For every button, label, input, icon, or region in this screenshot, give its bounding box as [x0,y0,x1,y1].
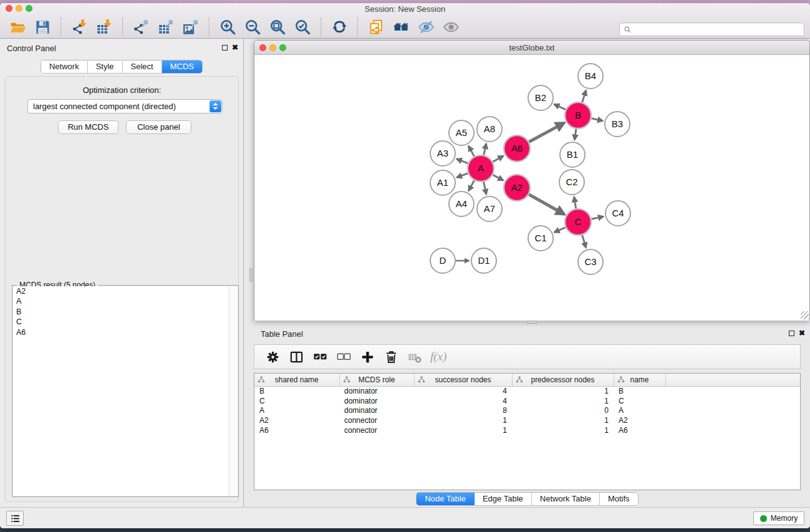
cell-successor-nodes[interactable]: 1 [414,415,512,425]
graph-edge-C-C2[interactable] [574,197,576,209]
table-options-icon[interactable] [263,347,282,366]
network-minimize-button[interactable] [269,44,276,51]
column-header-MCDS-role[interactable]: MCDS role [339,374,414,386]
graph-edge-C-C4[interactable] [592,216,604,219]
show-columns-icon[interactable] [287,347,306,366]
export-table-icon[interactable] [155,17,176,37]
cell-name[interactable]: A2 [614,415,665,425]
tab-select[interactable]: Select [123,60,162,73]
cell-predecessor-nodes[interactable]: 1 [512,425,614,435]
float-panel-icon[interactable] [222,45,228,51]
graph-edge-A-A5[interactable] [469,146,475,157]
graph-edge-C-C1[interactable] [554,228,566,233]
graph-edge-A-A4[interactable] [469,180,475,191]
cell-shared-name[interactable]: A [254,406,339,416]
zoom-out-icon[interactable] [242,17,263,37]
mcds-result-list[interactable]: A2ABCA6 [13,286,238,496]
cell-MCDS-role[interactable]: dominator [339,406,414,416]
resize-grip-icon[interactable] [801,311,809,319]
graph-edge-A2-C[interactable] [529,195,564,215]
graph-edge-B-B3[interactable] [592,118,603,121]
graph-edge-A-A2[interactable] [493,175,503,180]
tab-motifs[interactable]: Motifs [600,493,638,505]
close-panel-button[interactable]: Close panel [126,120,191,134]
cell-shared-name[interactable]: A6 [254,425,339,435]
network-graph[interactable]: B4B2BB3A8A5A6A3B1AC2A1A2A4A7C4CC1DD1C3 [254,56,809,321]
cell-name[interactable]: A6 [614,425,665,435]
select-all-rows-icon[interactable] [311,347,329,366]
zoom-window-button[interactable] [26,5,32,12]
show-all-icon[interactable] [440,17,461,37]
table-row[interactable]: Cdominator41C [254,396,800,406]
tab-node-table[interactable]: Node Table [417,493,475,505]
network-zoom-button[interactable] [279,44,286,51]
hide-selected-icon[interactable] [415,17,436,37]
deselect-all-rows-icon[interactable] [334,347,353,366]
clone-network-icon[interactable] [365,17,387,37]
graph-edge-B-B1[interactable] [574,129,576,140]
mcds-result-item[interactable]: A2 [13,286,238,296]
cell-successor-nodes[interactable]: 4 [414,386,512,396]
column-header-name[interactable]: name [614,374,665,386]
table-row[interactable]: Bdominator41B [254,386,800,396]
cell-shared-name[interactable]: A2 [254,415,339,425]
graph-edge-A-A8[interactable] [484,143,486,155]
memory-button[interactable]: Memory [753,511,804,525]
close-panel-icon[interactable]: ✖ [232,44,238,51]
splitter-handle[interactable] [249,268,253,282]
add-column-icon[interactable] [358,347,377,366]
delete-column-icon[interactable] [382,347,400,366]
network-canvas[interactable]: B4B2BB3A8A5A6A3B1AC2A1A2A4A7C4CC1DD1C3 [254,56,809,321]
cell-successor-nodes[interactable]: 1 [414,425,512,435]
cell-predecessor-nodes[interactable]: 1 [512,386,614,396]
search-input[interactable] [634,23,804,36]
table-row[interactable]: A2connector11A2 [254,415,800,425]
graph-edge-B-B4[interactable] [582,90,586,102]
cell-MCDS-role[interactable]: dominator [339,386,414,396]
delete-table-icon[interactable] [405,347,424,366]
tab-network-table[interactable]: Network Table [532,493,600,505]
tab-network[interactable]: Network [41,60,88,73]
float-panel-icon[interactable] [789,331,794,336]
minimize-window-button[interactable] [16,5,22,12]
mcds-result-item[interactable]: A6 [13,327,238,337]
home-networks-icon[interactable] [390,17,412,37]
graph-edge-A6-B[interactable] [529,123,564,142]
zoom-in-icon[interactable] [217,17,238,37]
cell-name[interactable]: A [614,406,665,416]
import-network-icon[interactable] [69,17,90,37]
cell-name[interactable]: B [614,386,665,396]
graph-edge-A-A1[interactable] [457,173,468,178]
cell-MCDS-role[interactable]: dominator [339,396,414,406]
mcds-result-item[interactable]: B [13,307,238,317]
save-session-icon[interactable] [32,17,53,37]
mcds-result-item[interactable]: A [13,296,238,306]
cell-successor-nodes[interactable]: 4 [414,396,512,406]
network-close-button[interactable] [259,44,266,51]
cell-successor-nodes[interactable]: 8 [414,406,512,416]
cell-predecessor-nodes[interactable]: 0 [512,406,614,416]
close-panel-icon[interactable]: ✖ [799,329,805,337]
mcds-result-item[interactable]: C [13,317,238,327]
table-row[interactable]: Adominator80A [254,406,800,416]
export-image-icon[interactable] [180,17,201,37]
column-header-predecessor-nodes[interactable]: predecessor nodes [512,374,614,386]
graph-edge-B-B2[interactable] [554,104,566,110]
scrollbar-track[interactable] [229,286,238,496]
refresh-network-icon[interactable] [329,17,350,37]
cell-MCDS-role[interactable]: connector [339,415,414,425]
cell-predecessor-nodes[interactable]: 1 [512,415,614,425]
run-mcds-button[interactable]: Run MCDS [58,120,118,134]
tab-mcds[interactable]: MCDS [162,60,202,73]
column-header-shared-name[interactable]: shared name [254,374,339,386]
cell-MCDS-role[interactable]: connector [339,425,414,435]
cell-shared-name[interactable]: C [254,396,339,406]
close-window-button[interactable] [6,5,12,12]
task-history-button[interactable] [6,511,24,526]
import-table-icon[interactable] [94,17,115,37]
zoom-fit-icon[interactable] [267,17,288,37]
splitter-handle[interactable] [527,321,538,324]
export-network-icon[interactable] [130,17,152,37]
graph-edge-A-A6[interactable] [493,156,503,162]
tab-edge-table[interactable]: Edge Table [475,493,532,505]
